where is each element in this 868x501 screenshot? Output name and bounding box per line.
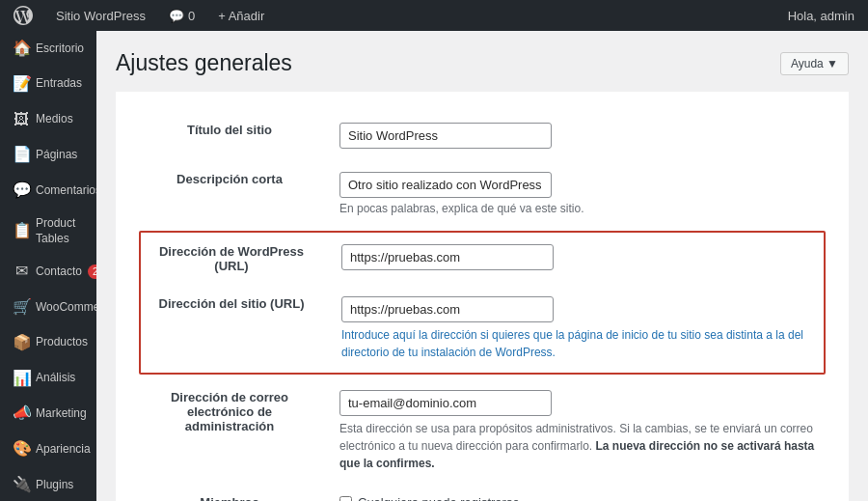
site-address-row: Dirección del sitio (URL) Introduce aquí… (141, 285, 824, 373)
wp-address-input[interactable] (341, 244, 554, 270)
wp-logo-button[interactable] (8, 0, 39, 31)
marketing-icon: 📣 (13, 404, 30, 424)
miembros-row: Miembros Cualquiera puede registrarse (139, 484, 826, 501)
email-label: Dirección de correo electrónico de admin… (139, 378, 332, 484)
greeting-text: Hola, admin (788, 9, 854, 23)
home-icon: 🏠 (13, 39, 30, 59)
site-address-label: Dirección del sitio (URL) (141, 285, 334, 373)
descripcion-input[interactable] (339, 172, 552, 198)
comments-button[interactable]: 💬 0 (163, 0, 201, 31)
add-new-label: + Añadir (218, 9, 264, 23)
woo-icon: 🛒 (13, 297, 30, 318)
sidebar-item-escritorio[interactable]: 🏠 Escritorio (0, 31, 96, 67)
url-section: Dirección de WordPress (URL) Dirección d… (139, 231, 826, 375)
miembros-checkbox-row: Cualquiera puede registrarse (339, 495, 818, 501)
sidebar-item-productos[interactable]: 📦 Productos (0, 325, 96, 361)
titulo-input[interactable] (339, 123, 552, 149)
settings-table-2: Dirección de correo electrónico de admin… (139, 378, 826, 501)
comments-icon: 💬 (169, 9, 184, 23)
descripcion-note: En pocas palabras, explica de qué va est… (339, 202, 818, 215)
sidebar-item-medios[interactable]: 🖼 Medios (0, 102, 96, 138)
user-greeting[interactable]: Hola, admin (782, 0, 860, 31)
add-new-button[interactable]: + Añadir (212, 0, 270, 31)
main-content: Ajustes generales Ayuda ▼ Título del sit… (96, 31, 868, 501)
site-name-button[interactable]: Sitio WordPress (50, 0, 151, 31)
sidebar-item-comentarios[interactable]: 💬 Comentarios (0, 173, 96, 209)
analytics-icon: 📊 (13, 369, 30, 389)
email-row: Dirección de correo electrónico de admin… (139, 378, 826, 484)
titulo-label: Título del sitio (139, 111, 332, 160)
plugins-icon: 🔌 (13, 475, 30, 495)
descripcion-row: Descripción corta En pocas palabras, exp… (139, 160, 826, 227)
wp-address-label: Dirección de WordPress (URL) (141, 233, 334, 285)
site-name-label: Sitio WordPress (56, 9, 146, 23)
comments-count: 0 (188, 9, 195, 23)
descripcion-label: Descripción corta (139, 160, 332, 227)
media-icon: 🖼 (13, 110, 30, 130)
admin-sidebar: 🏠 Escritorio 📝 Entradas 🖼 Medios 📄 Págin… (0, 31, 96, 501)
sidebar-item-product-tables[interactable]: 📋 Product Tables (0, 209, 96, 254)
sidebar-item-analisis[interactable]: 📊 Análisis (0, 361, 96, 397)
sidebar-item-entradas[interactable]: 📝 Entradas (0, 67, 96, 102)
site-address-input[interactable] (341, 296, 554, 322)
miembros-checkbox-label: Cualquiera puede registrarse (358, 495, 520, 501)
settings-table: Título del sitio Descripción corta En po… (139, 111, 826, 227)
pages-icon: 📄 (13, 145, 30, 165)
admin-bar: Sitio WordPress 💬 0 + Añadir Hola, admin (0, 0, 868, 31)
titulo-row: Título del sitio (139, 111, 826, 160)
page-header: Ajustes generales Ayuda ▼ (116, 50, 849, 76)
miembros-label: Miembros (139, 484, 332, 501)
comments-menu-icon: 💬 (13, 181, 30, 201)
url-table: Dirección de WordPress (URL) Dirección d… (141, 233, 824, 373)
miembros-checkbox[interactable] (339, 496, 352, 501)
email-input[interactable] (339, 390, 552, 416)
site-address-note: Introduce aquí la dirección si quieres q… (341, 326, 816, 361)
page-title: Ajustes generales (116, 50, 292, 76)
sidebar-item-plugins[interactable]: 🔌 Plugins (0, 467, 96, 501)
sidebar-item-woocommerce[interactable]: 🛒 WooCommerce (0, 290, 96, 325)
sidebar-item-paginas[interactable]: 📄 Páginas (0, 137, 96, 173)
sidebar-item-marketing[interactable]: 📣 Marketing (0, 396, 96, 431)
contact-icon: ✉ (13, 262, 30, 282)
settings-form: Título del sitio Descripción corta En po… (116, 92, 849, 501)
wp-address-row: Dirección de WordPress (URL) (141, 233, 824, 285)
email-note: Esta dirección se usa para propósitos ad… (339, 420, 818, 472)
appearance-icon: 🎨 (13, 439, 30, 459)
products-icon: 📦 (13, 333, 30, 353)
posts-icon: 📝 (13, 74, 30, 95)
help-button[interactable]: Ayuda ▼ (780, 52, 849, 75)
product-tables-icon: 📋 (13, 221, 30, 241)
sidebar-item-contacto[interactable]: ✉ Contacto 2 (0, 254, 96, 290)
sidebar-item-apariencia[interactable]: 🎨 Apariencia (0, 431, 96, 467)
